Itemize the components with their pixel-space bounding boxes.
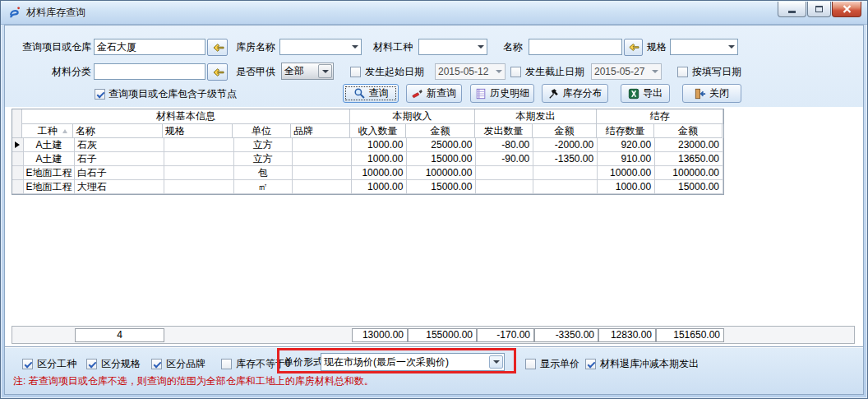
table-cell[interactable]: 石灰 (75, 138, 164, 152)
chevron-down-icon (726, 45, 737, 49)
price-mode-combo[interactable]: 现在市场价(最后一次采购价) (321, 353, 505, 371)
table-cell[interactable]: 1000.00 (352, 180, 408, 194)
title-bar[interactable]: 材料库存查询 (1, 1, 867, 25)
end-date-combo[interactable]: 2015-05-27 (591, 63, 662, 80)
fill-date-checkbox[interactable] (677, 67, 688, 77)
column-header[interactable]: 结存数量 (597, 124, 654, 138)
table-cell[interactable]: 10000.00 (352, 166, 408, 180)
column-header[interactable]: 发出数量 (475, 124, 533, 138)
table-cell[interactable] (476, 166, 533, 180)
show-price-checkbox[interactable] (525, 359, 536, 369)
project-picker-button[interactable] (207, 39, 228, 56)
table-cell[interactable]: 15000.00 (407, 180, 476, 194)
column-header[interactable]: 收入数量 (350, 124, 406, 138)
close-button[interactable] (832, 2, 861, 17)
owner-supplied-combo[interactable]: 全部 (281, 63, 334, 80)
distinguish-brand-checkbox[interactable] (151, 359, 162, 369)
stock-not-zero-checkbox[interactable] (221, 359, 232, 369)
table-cell[interactable]: E地面工程 (24, 180, 75, 194)
start-date-combo[interactable]: 2015-05-12 (435, 63, 506, 80)
end-date-checkbox[interactable] (510, 67, 521, 77)
table-cell[interactable]: 23000.00 (655, 138, 723, 152)
minimize-icon (788, 11, 796, 13)
table-cell[interactable] (533, 180, 598, 194)
table-row[interactable]: E地面工程白石子包10000.00100000.0010000.00100000… (12, 166, 723, 180)
table-cell[interactable] (164, 138, 234, 152)
column-header[interactable]: 工种 (22, 124, 73, 138)
table-cell[interactable]: 石子 (75, 152, 164, 166)
table-cell[interactable] (533, 166, 598, 180)
table-cell[interactable]: 1000.00 (352, 152, 408, 166)
end-date-label: 发生截止日期 (525, 65, 584, 79)
table-row[interactable]: A土建石子立方1000.0015000.00-90.00-1350.00910.… (12, 152, 723, 166)
table-cell[interactable]: 包 (234, 166, 293, 180)
worktype-label: 材料工种 (373, 39, 413, 55)
table-cell[interactable]: 13650.00 (655, 152, 723, 166)
start-date-checkbox[interactable] (350, 67, 361, 77)
table-cell[interactable]: ㎡ (234, 180, 293, 194)
query-button[interactable]: 查询 (343, 84, 399, 103)
category-input[interactable] (94, 63, 205, 80)
table-cell[interactable]: -80.00 (476, 138, 533, 152)
column-header[interactable]: 名称 (73, 124, 163, 138)
warehouse-combo[interactable] (279, 39, 362, 55)
table-cell[interactable]: 25000.00 (407, 138, 476, 152)
group-header-basic-info: 材料基本信息 (22, 109, 350, 124)
table-cell[interactable] (164, 152, 234, 166)
table-cell[interactable]: 10000.00 (598, 166, 655, 180)
column-header[interactable]: 金额 (654, 124, 723, 138)
table-cell[interactable] (164, 180, 234, 194)
table-cell[interactable]: E地面工程 (24, 166, 75, 180)
table-cell[interactable] (293, 166, 352, 180)
table-cell[interactable] (293, 138, 352, 152)
minimize-button[interactable] (778, 2, 806, 17)
table-cell[interactable]: 1000.00 (598, 180, 655, 194)
column-header-label: 名称 (76, 125, 95, 137)
table-cell[interactable]: -1350.00 (533, 152, 598, 166)
table-cell[interactable]: 1000.00 (352, 138, 408, 152)
distinguish-worktype-checkbox[interactable] (22, 359, 33, 369)
table-cell[interactable]: 100000.00 (655, 166, 723, 180)
project-input[interactable] (94, 39, 205, 55)
column-header[interactable]: 金额 (533, 124, 597, 138)
name-picker-button[interactable] (624, 39, 643, 56)
table-row[interactable]: E地面工程大理石㎡1000.0015000.001000.0015000.00 (12, 180, 723, 194)
table-cell[interactable]: 立方 (234, 152, 293, 166)
table-cell[interactable]: A土建 (24, 152, 75, 166)
return-offset-checkbox[interactable] (585, 359, 596, 369)
history-detail-button[interactable]: 历史明细 (470, 84, 534, 103)
table-cell[interactable]: 100000.00 (407, 166, 476, 180)
spec-combo[interactable] (670, 39, 738, 55)
column-header[interactable]: 规格 (163, 124, 233, 138)
stock-distribution-button[interactable]: 库存分布 (542, 84, 608, 103)
include-children-checkbox[interactable] (95, 89, 105, 100)
table-cell[interactable] (293, 180, 352, 194)
table-cell[interactable] (293, 152, 352, 166)
export-button[interactable]: 导出 (621, 84, 670, 103)
name-input[interactable] (529, 39, 622, 55)
worktype-combo[interactable] (418, 39, 487, 55)
column-header[interactable]: 单位 (233, 124, 291, 138)
new-query-button[interactable]: 新查询 (406, 84, 462, 103)
maximize-button[interactable] (807, 2, 831, 17)
distinguish-spec-checkbox[interactable] (86, 359, 97, 369)
column-header[interactable]: 金额 (406, 124, 475, 138)
include-children-item (95, 87, 109, 100)
table-cell[interactable]: 920.00 (598, 138, 655, 152)
table-cell[interactable]: -2000.00 (533, 138, 598, 152)
table-cell[interactable]: 910.00 (598, 152, 655, 166)
table-cell[interactable]: 白石子 (75, 166, 164, 180)
table-row[interactable]: A土建石灰立方1000.0025000.00-80.00-2000.00920.… (12, 138, 723, 152)
table-cell[interactable]: -90.00 (476, 152, 533, 166)
column-header[interactable]: 品牌 (291, 124, 350, 138)
table-cell[interactable] (164, 166, 234, 180)
table-cell[interactable]: 15000.00 (407, 152, 476, 166)
table-cell[interactable]: 立方 (234, 138, 293, 152)
table-cell[interactable]: A土建 (24, 138, 75, 152)
close-window-button-label: 关闭 (709, 86, 729, 100)
table-cell[interactable] (476, 180, 533, 194)
category-picker-button[interactable] (207, 63, 228, 81)
table-cell[interactable]: 大理石 (75, 180, 164, 194)
table-cell[interactable]: 15000.00 (655, 180, 723, 194)
close-window-button[interactable]: 关闭 (682, 84, 741, 103)
